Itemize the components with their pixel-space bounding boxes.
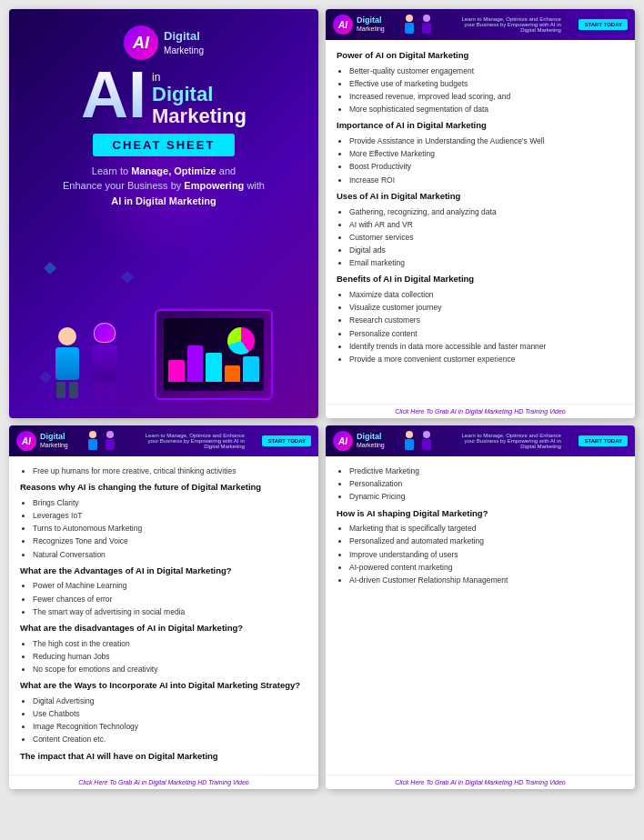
list-item: Research customers <box>349 315 624 326</box>
section-reasons: Reasons why AI is changing the future of… <box>20 481 307 561</box>
list-item: Digital ads <box>349 245 624 256</box>
section-uses-heading: Uses of AI in Digital Marketing <box>337 190 624 204</box>
list-item: Personalization <box>349 478 624 490</box>
list-item: AI with AR and VR <box>349 219 624 231</box>
list-item: Increased revenue, improved lead scoring… <box>349 91 624 103</box>
list-item: More Effective Marketing <box>349 148 624 160</box>
section-ways-heading: What are the Ways to Incorporate AI into… <box>20 679 307 693</box>
list-item: Gathering, recognizing, and analyzing da… <box>349 206 624 218</box>
page3-footer-link[interactable]: Click Here To Grab AI in Digital Marketi… <box>326 775 635 789</box>
page2-logo-icon: AI <box>16 431 36 451</box>
page1-panel: AI Digital Marketing Learn to Manage, Op… <box>326 9 635 418</box>
page2-panel: AI Digital Marketing Learn to Manage, Op… <box>9 425 318 789</box>
section-benefits: Benefits of AI in Digital Marketing Maxi… <box>337 273 624 365</box>
section-advantages: What are the Advantages of AI in Digital… <box>20 565 307 618</box>
mini-figure-3 <box>86 431 100 451</box>
section-impact-heading: The impact that AI will have on Digital … <box>20 750 307 764</box>
list-item: Brings Clarity <box>33 497 307 509</box>
cover-subtitle: Learn to Manage, Optimize and Enhance yo… <box>63 164 265 209</box>
section-power: Power of AI on Digital Marketing Better-… <box>337 49 624 115</box>
list-item: AI-powered content marketing <box>349 562 624 574</box>
mini-figure-4 <box>103 431 117 451</box>
page2-logo-text: Digital Marketing <box>40 432 68 449</box>
section-power-heading: Power of AI on Digital Marketing <box>337 49 624 63</box>
list-item: Content Creation etc. <box>33 734 307 745</box>
screen-device <box>155 309 273 400</box>
list-item: Recognizes Tone and Voice <box>33 535 307 547</box>
page3-body: Predictive Marketing Personalization Dyn… <box>326 456 635 775</box>
list-item: Visualize customer journey <box>349 302 624 314</box>
cover-illustration <box>24 214 304 409</box>
page3-logo-icon: AI <box>333 431 353 451</box>
list-item: The smart way of advertising in social m… <box>33 606 307 618</box>
list-item: Leverages IoT <box>33 510 307 522</box>
section-advantages-list: Power of Machine Learning Fewer chances … <box>20 580 307 618</box>
page2-header-right-text: Learn to Manage, Optimize and Enhance yo… <box>136 433 245 449</box>
list-item: Personalized and automated marketing <box>349 535 624 547</box>
list-item: Provide Assistance in Understanding the … <box>349 135 624 147</box>
list-item: Reducing human Jobs <box>33 651 307 663</box>
list-item: Predictive Marketing <box>349 465 624 477</box>
list-item: More sophisticated segmentation of data <box>349 104 624 115</box>
page3-header: AI Digital Marketing Learn to Manage, Op… <box>326 425 635 456</box>
list-item: Turns to Autonomous Marketing <box>33 523 307 535</box>
page2-header: AI Digital Marketing Learn to Manage, Op… <box>9 425 318 456</box>
list-item: Free up humans for more creative, critic… <box>33 465 307 477</box>
list-item: Better-quality customer engagement <box>349 65 624 77</box>
list-item: Fewer chances of error <box>33 594 307 605</box>
list-item: Marketing that is specifically targeted <box>349 523 624 535</box>
list-item: Email marketing <box>349 257 624 269</box>
mini-figure-6 <box>419 431 434 451</box>
page2-header-logo: AI Digital Marketing <box>16 431 68 451</box>
page1-body: Power of AI on Digital Marketing Better-… <box>326 40 635 404</box>
page1-header: AI Digital Marketing Learn to Manage, Op… <box>326 9 635 40</box>
page1-footer-link[interactable]: Click Here To Grab AI in Digital Marketi… <box>326 404 635 418</box>
section-benefits-heading: Benefits of AI in Digital Marketing <box>337 273 624 286</box>
header-logo-icon: AI <box>333 15 353 35</box>
cover-panel: AI Digital Marketing AI in Digital Marke… <box>9 9 318 418</box>
list-item: Natural Conversation <box>33 549 307 561</box>
page3-header-logo: AI Digital Marketing <box>333 431 385 451</box>
page2-footer-link[interactable]: Click Here To Grab AI in Digital Marketi… <box>9 775 318 789</box>
page2-header-cta-button[interactable]: START TODAY <box>262 435 311 446</box>
page2-body: Free up humans for more creative, critic… <box>9 456 318 775</box>
section-reasons-list: Brings Clarity Leverages IoT Turns to Au… <box>20 497 307 561</box>
list-item: Digital Advertising <box>33 695 307 707</box>
list-item: AI-driven Customer Relationship Manageme… <box>349 575 624 586</box>
cheat-sheet-badge: CHEAT SHEET <box>93 134 236 156</box>
section-impact: The impact that AI will have on Digital … <box>20 750 307 764</box>
section-benefits-list: Maximize data collection Visualize custo… <box>337 289 624 365</box>
list-item: Use Chatbots <box>33 708 307 720</box>
section-shaping-heading: How is AI shaping Digital Marketing? <box>337 507 624 521</box>
page3-header-cta-button[interactable]: START TODAY <box>579 435 628 446</box>
section-importance: Importance of AI in Digital Marketing Pr… <box>337 119 624 185</box>
cover-logo: AI Digital Marketing <box>124 25 204 60</box>
cover-logo-icon: AI <box>124 25 158 60</box>
cover-logo-text: Digital Marketing <box>164 29 204 56</box>
list-item: Maximize data collection <box>349 289 624 301</box>
list-item: Image Recognition Technology <box>33 721 307 733</box>
list-item: No scope for emotions and creativity <box>33 664 307 675</box>
list-item: Power of Machine Learning <box>33 580 307 592</box>
section-disadvantages: What are the disadvantages of AI in Digi… <box>20 622 307 675</box>
list-item: Identify trends in data more accessible … <box>349 341 624 353</box>
robot-figure <box>91 323 118 395</box>
section-ways: What are the Ways to Incorporate AI into… <box>20 679 307 745</box>
list-item: Boost Productivity <box>349 161 624 173</box>
section-importance-heading: Importance of AI in Digital Marketing <box>337 119 624 133</box>
section-ways-list: Digital Advertising Use Chatbots Image R… <box>20 695 307 746</box>
header-right-text: Learn to Manage, Optimize and Enhance yo… <box>452 16 561 33</box>
header-cta-button[interactable]: START TODAY <box>579 19 628 30</box>
header-logo: AI Digital Marketing <box>333 15 385 35</box>
page2-header-figures <box>86 431 117 451</box>
section-shaping: How is AI shaping Digital Marketing? Mar… <box>337 507 624 587</box>
section-reasons-heading: Reasons why AI is changing the future of… <box>20 481 307 495</box>
list-item: Customer services <box>349 232 624 244</box>
section-disadvantages-heading: What are the disadvantages of AI in Digi… <box>20 622 307 635</box>
section-disadvantages-list: The high cost in the creation Reducing h… <box>20 638 307 676</box>
page3-header-right-text: Learn to Manage, Optimize and Enhance yo… <box>452 433 561 449</box>
list-item: Provide a more convenient customer exper… <box>349 354 624 365</box>
human-figure <box>55 327 80 395</box>
list-item: Personalize content <box>349 328 624 340</box>
list-item: Dynamic Pricing <box>349 491 624 503</box>
